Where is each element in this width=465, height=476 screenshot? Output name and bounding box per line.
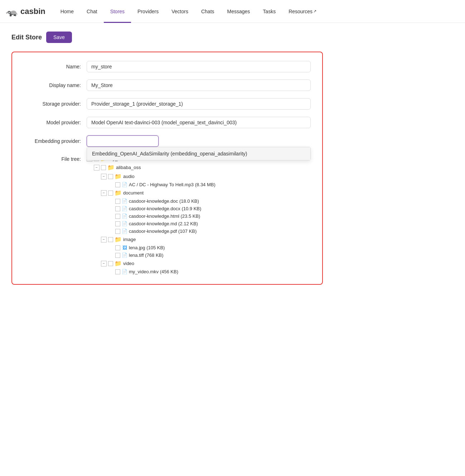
embedding-dropdown: Embedding_OpenAI_AdaSimilarity (embeddin… xyxy=(87,147,311,160)
checkbox-doc[interactable] xyxy=(115,199,120,204)
file-icon-docx: 📄 xyxy=(122,206,127,211)
tree-node-audio: − 📁 audio 📄 xyxy=(101,172,311,188)
tree-node-document: − 📁 document 📄 xyxy=(101,188,311,235)
file-icon-jpg: 🖼 xyxy=(122,245,127,250)
nav-item-providers[interactable]: Providers xyxy=(131,0,165,23)
tree-children-video: 📄 my_video.mkv (456 KB) xyxy=(101,268,311,275)
file-icon-md: 📄 xyxy=(122,221,127,226)
logo-text: casbin xyxy=(20,7,45,16)
tree-name-doc: casdoor-knowledge.doc (18.0 KB) xyxy=(129,198,199,204)
nav-item-chat[interactable]: Chat xyxy=(80,0,104,23)
display-name-label: Display name: xyxy=(24,80,81,88)
file-icon-doc: 📄 xyxy=(122,198,127,204)
display-name-row: Display name: xyxy=(24,80,311,91)
embedding-provider-row: Embedding provider: Embedding_OpenAI_Ada… xyxy=(24,135,311,147)
folder-icon-image: 📁 xyxy=(115,236,122,243)
checkbox-audio[interactable] xyxy=(108,174,113,179)
file-icon-tiff: 📄 xyxy=(122,253,127,258)
folder-icon-alibabaoss: 📁 xyxy=(107,164,115,171)
name-input[interactable] xyxy=(87,61,311,72)
checkbox-video[interactable] xyxy=(108,261,113,266)
tree-row-mp3: 📄 AC / DC - Highway To Hell.mp3 (8.34 MB… xyxy=(108,181,311,188)
tree-row-image: − 📁 image xyxy=(101,235,311,244)
tree-name-video: video xyxy=(123,261,134,266)
file-icon-mp3: 📄 xyxy=(122,182,127,187)
embedding-provider-label: Embedding provider: xyxy=(24,135,81,144)
checkbox-pdf[interactable] xyxy=(115,229,120,234)
checkbox-document[interactable] xyxy=(108,191,113,196)
logo[interactable]: 🦡 casbin xyxy=(6,5,45,17)
checkbox-tiff[interactable] xyxy=(115,253,120,258)
collapse-btn-alibabaoss[interactable]: − xyxy=(94,165,100,170)
page-header: Edit Store Save xyxy=(11,32,454,43)
tree-name-tiff: lena.tiff (768 KB) xyxy=(129,253,164,258)
save-button[interactable]: Save xyxy=(46,32,72,43)
embedding-suggestion-item[interactable]: Embedding_OpenAI_AdaSimilarity (embeddin… xyxy=(87,147,310,160)
nav-item-vectors[interactable]: Vectors xyxy=(165,0,195,23)
tree-node-mystore: − 📁 My_Store − 📁 alibaba_oss xyxy=(87,154,311,275)
file-icon-pdf: 📄 xyxy=(122,229,127,234)
tree-row-doc: 📄 casdoor-knowledge.doc (18.0 KB) xyxy=(108,197,311,205)
folder-icon-audio: 📁 xyxy=(115,173,122,180)
tree-row-document: − 📁 document xyxy=(101,188,311,197)
tree-name-pdf: casdoor-knowledge.pdf (107 KB) xyxy=(129,229,197,234)
collapse-btn-document[interactable]: − xyxy=(101,190,107,196)
nav-item-stores[interactable]: Stores xyxy=(104,0,131,23)
tree-name-mp3: AC / DC - Highway To Hell.mp3 (8.34 MB) xyxy=(129,182,215,187)
tree-name-html: casdoor-knowledge.html (23.5 KB) xyxy=(129,213,200,219)
storage-provider-label: Storage provider: xyxy=(24,98,81,107)
tree-row-mkv: 📄 my_video.mkv (456 KB) xyxy=(108,268,311,275)
tree-row-tiff: 📄 lena.tiff (768 KB) xyxy=(108,251,311,259)
tree-row-html: 📄 casdoor-knowledge.html (23.5 KB) xyxy=(108,212,311,220)
file-tree-label: File tree: xyxy=(24,154,81,162)
tree-name-alibabaoss: alibaba_oss xyxy=(116,165,141,170)
storage-provider-row: Storage provider: xyxy=(24,98,311,110)
name-row: Name: xyxy=(24,61,311,72)
tree-children-audio: 📄 AC / DC - Highway To Hell.mp3 (8.34 MB… xyxy=(101,181,311,188)
form-box: Name: Display name: Storage provider: Mo… xyxy=(11,52,323,285)
file-tree-row: File tree: − 📁 My_Store − xyxy=(24,154,311,275)
tree-row-docx: 📄 casdoor-knowledge.docx (10.9 KB) xyxy=(108,205,311,212)
collapse-btn-video[interactable]: − xyxy=(101,261,107,266)
checkbox-html[interactable] xyxy=(115,214,120,219)
nav-item-resources[interactable]: Resources↗ xyxy=(282,0,323,23)
checkbox-alibabaoss[interactable] xyxy=(101,165,106,170)
nav-item-tasks[interactable]: Tasks xyxy=(256,0,282,23)
collapse-btn-audio[interactable]: − xyxy=(101,174,107,179)
checkbox-mkv[interactable] xyxy=(115,269,120,274)
tree-row-audio: − 📁 audio xyxy=(101,172,311,181)
storage-provider-input[interactable] xyxy=(87,98,311,110)
nav-item-home[interactable]: Home xyxy=(54,0,80,23)
tree-name-jpg: lena.jpg (105 KB) xyxy=(129,245,165,250)
checkbox-jpg[interactable] xyxy=(115,245,120,250)
checkbox-image[interactable] xyxy=(108,237,113,242)
collapse-btn-image[interactable]: − xyxy=(101,237,107,242)
tree-name-audio: audio xyxy=(123,174,135,179)
embedding-provider-input[interactable] xyxy=(87,135,159,147)
embedding-provider-wrapper: Embedding_OpenAI_AdaSimilarity (embeddin… xyxy=(87,135,311,147)
checkbox-docx[interactable] xyxy=(115,206,120,211)
navbar: 🦡 casbin Home Chat Stores Providers Vect… xyxy=(0,0,465,23)
model-provider-input[interactable] xyxy=(87,117,311,128)
model-provider-label: Model provider: xyxy=(24,117,81,125)
tree-children-mystore: − 📁 alibaba_oss − xyxy=(87,163,311,275)
tree-name-md: casdoor-knowledge.md (2.12 KB) xyxy=(129,221,198,226)
tree-node-alibabaoss: − 📁 alibaba_oss − xyxy=(94,163,311,275)
tree-name-docx: casdoor-knowledge.docx (10.9 KB) xyxy=(129,206,201,211)
tree-children-image: 🖼 lena.jpg (105 KB) 📄 lena.tiff (768 KB) xyxy=(101,244,311,259)
page-title: Edit Store xyxy=(11,34,42,41)
name-label: Name: xyxy=(24,61,81,69)
checkbox-mp3[interactable] xyxy=(115,182,120,187)
logo-icon: 🦡 xyxy=(6,5,18,17)
page: Edit Store Save Name: Display name: Stor… xyxy=(0,23,465,293)
nav-item-chats[interactable]: Chats xyxy=(195,0,221,23)
tree-node-image: − 📁 image 🖼 xyxy=(101,235,311,259)
tree-row-md: 📄 casdoor-knowledge.md (2.12 KB) xyxy=(108,220,311,227)
nav-items: Home Chat Stores Providers Vectors Chats… xyxy=(54,0,323,23)
checkbox-md[interactable] xyxy=(115,221,120,226)
tree-name-mkv: my_video.mkv (456 KB) xyxy=(129,269,178,274)
nav-item-messages[interactable]: Messages xyxy=(221,0,257,23)
file-icon-mkv: 📄 xyxy=(122,269,127,274)
tree-row-pdf: 📄 casdoor-knowledge.pdf (107 KB) xyxy=(108,227,311,235)
display-name-input[interactable] xyxy=(87,80,311,91)
